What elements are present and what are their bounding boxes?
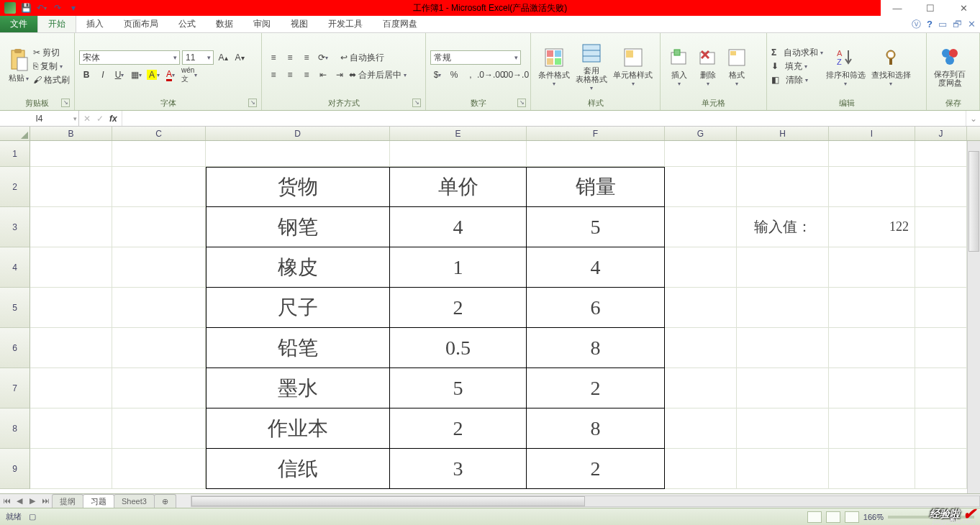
cell-E1[interactable]	[390, 141, 527, 167]
col-header-J[interactable]: J	[915, 127, 967, 140]
font-size-select[interactable]: 11	[182, 50, 214, 65]
view-pagelayout-button[interactable]	[826, 511, 840, 523]
italic-button[interactable]: I	[96, 68, 110, 82]
cell-D1[interactable]	[206, 141, 390, 167]
cell-H3[interactable]: 输入值：	[737, 207, 829, 247]
cell-E8[interactable]: 2	[390, 408, 527, 449]
sheet-nav-first[interactable]: ⏮	[0, 496, 13, 506]
grow-font-button[interactable]: A▴	[216, 50, 230, 65]
cell-G2[interactable]	[665, 167, 737, 207]
tab-home[interactable]: 开始	[37, 16, 76, 32]
shrink-font-button[interactable]: A▾	[232, 50, 247, 65]
sheet-nav-last[interactable]: ⏭	[39, 496, 52, 506]
cell-E9[interactable]: 3	[390, 449, 527, 489]
align-top-button[interactable]: ≡	[266, 50, 281, 65]
col-header-G[interactable]: G	[665, 127, 737, 140]
cell-F9[interactable]: 2	[527, 449, 665, 489]
minimize-button[interactable]: —	[881, 0, 914, 16]
cell-H8[interactable]	[737, 408, 829, 449]
font-name-select[interactable]: 宋体	[79, 50, 180, 65]
cond-format-button[interactable]: 条件格式	[535, 45, 573, 88]
save-baidu-button[interactable]: 保存到百度网盘	[931, 44, 968, 88]
cell-G8[interactable]	[665, 408, 737, 449]
indent-dec-button[interactable]: ⇤	[316, 68, 330, 82]
cell-I5[interactable]	[829, 288, 915, 328]
cell-H1[interactable]	[737, 141, 829, 167]
cell-C2[interactable]	[112, 167, 206, 207]
cell-J1[interactable]	[915, 141, 967, 167]
paste-button[interactable]: 粘贴	[4, 47, 33, 85]
row-header-4[interactable]: 4	[0, 247, 30, 288]
comma-button[interactable]: ,	[463, 68, 478, 82]
cut-button[interactable]: ✂剪切	[33, 47, 70, 59]
cell-I8[interactable]	[829, 408, 915, 449]
accounting-button[interactable]: $	[430, 68, 445, 82]
tab-developer[interactable]: 开发工具	[318, 16, 373, 32]
cell-D7[interactable]: 墨水	[206, 368, 390, 408]
cell-I1[interactable]	[829, 141, 915, 167]
cell-D4[interactable]: 橡皮	[206, 247, 390, 288]
cell-I6[interactable]	[829, 328, 915, 368]
row-header-6[interactable]: 6	[0, 328, 30, 368]
cell-C4[interactable]	[112, 247, 206, 288]
cell-I3[interactable]: 122	[829, 207, 915, 247]
col-header-H[interactable]: H	[737, 127, 829, 140]
cell-B4[interactable]	[30, 247, 112, 288]
insert-cells-button[interactable]: 插入	[665, 45, 694, 88]
cell-H6[interactable]	[737, 328, 829, 368]
cell-J4[interactable]	[915, 247, 967, 288]
clear-button[interactable]: ◧ 清除	[771, 74, 823, 86]
cell-G6[interactable]	[665, 328, 737, 368]
qat-save-icon[interactable]: 💾	[20, 2, 32, 14]
ribbon-window-icon[interactable]: 🗗	[953, 19, 962, 29]
cell-C1[interactable]	[112, 141, 206, 167]
align-launcher[interactable]: ↘	[412, 99, 421, 107]
cell-D5[interactable]: 尺子	[206, 288, 390, 328]
row-header-3[interactable]: 3	[0, 207, 30, 247]
cell-J3[interactable]	[915, 207, 967, 247]
cell-style-button[interactable]: 单元格样式	[610, 45, 655, 88]
number-launcher[interactable]: ↘	[517, 99, 526, 107]
align-right-button[interactable]: ≡	[299, 68, 314, 82]
cell-B6[interactable]	[30, 328, 112, 368]
clipboard-launcher[interactable]: ↘	[61, 99, 70, 107]
horizontal-scrollbar[interactable]	[191, 496, 980, 507]
border-button[interactable]: ▦	[129, 68, 143, 82]
cell-F5[interactable]: 6	[527, 288, 665, 328]
close-button[interactable]: ✕	[947, 0, 980, 16]
cell-D2[interactable]: 货物	[206, 167, 390, 207]
cell-H4[interactable]	[737, 247, 829, 288]
cell-I7[interactable]	[829, 368, 915, 408]
align-center-button[interactable]: ≡	[283, 68, 297, 82]
cell-G3[interactable]	[665, 207, 737, 247]
fx-accept-icon[interactable]: ✓	[96, 114, 104, 124]
cell-B8[interactable]	[30, 408, 112, 449]
cell-E2[interactable]: 单价	[390, 167, 527, 207]
ribbon-minimize-icon[interactable]: ⓥ	[912, 18, 921, 31]
cell-B3[interactable]	[30, 207, 112, 247]
inc-decimal-button[interactable]: .0→.00	[480, 68, 502, 82]
row-header-2[interactable]: 2	[0, 167, 30, 207]
table-format-button[interactable]: 套用表格格式	[573, 40, 610, 93]
fill-color-button[interactable]: A	[145, 68, 161, 82]
bold-button[interactable]: B	[79, 68, 94, 82]
new-sheet-button[interactable]: ⊕	[154, 494, 176, 508]
cell-G9[interactable]	[665, 449, 737, 489]
cell-H9[interactable]	[737, 449, 829, 489]
underline-button[interactable]: U	[112, 68, 127, 82]
cell-J7[interactable]	[915, 368, 967, 408]
copy-button[interactable]: ⎘复制	[33, 60, 70, 73]
tab-formulas[interactable]: 公式	[168, 16, 206, 32]
delete-cells-button[interactable]: 删除	[694, 45, 722, 88]
select-all-corner[interactable]	[0, 127, 30, 140]
view-pagebreak-button[interactable]	[845, 511, 859, 523]
cell-D8[interactable]: 作业本	[206, 408, 390, 449]
row-header-9[interactable]: 9	[0, 449, 30, 489]
cell-J9[interactable]	[915, 449, 967, 489]
col-header-D[interactable]: D	[206, 127, 390, 140]
cell-F7[interactable]: 2	[527, 368, 665, 408]
cell-J8[interactable]	[915, 408, 967, 449]
cell-E3[interactable]: 4	[390, 207, 527, 247]
cell-I9[interactable]	[829, 449, 915, 489]
row-header-8[interactable]: 8	[0, 408, 30, 449]
